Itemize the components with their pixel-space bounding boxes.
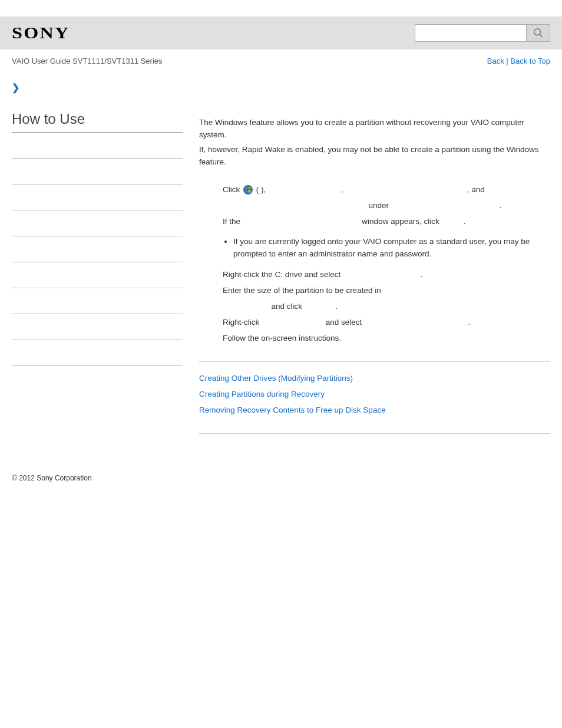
separator [199,361,550,362]
step-2: Right-click the C: drive and select . [223,269,550,281]
step-text: . [500,201,502,210]
sidebar-item[interactable] [12,314,183,340]
step-text [441,217,461,226]
step-text [305,302,333,311]
header-bar: SONY [0,17,562,50]
step-3-line2: and click . [223,301,550,313]
breadcrumb-row: ❯ [0,65,562,93]
step-text: Right-click [223,318,259,327]
step-5: Follow the on-screen instructions. [223,332,550,345]
sidebar-item[interactable] [12,133,183,159]
step-text [343,270,418,279]
sidebar-title: How to Use [12,111,183,133]
related-link-3[interactable]: Removing Recovery Contents to Free up Di… [199,404,550,417]
guide-title: VAIO User Guide SVT1111/SVT1311 Series [12,57,163,65]
svg-point-0 [534,29,540,35]
svg-point-2 [243,185,253,195]
intro-block: The Windows feature allows you to create… [199,117,550,169]
step-text: . [464,217,466,226]
magnifier-icon [533,28,544,38]
step-text: . [420,270,422,279]
sidebar-item[interactable] [12,288,183,314]
note-text: If you are currently logged onto your VA… [233,236,550,261]
step-text: and select [326,318,362,327]
copyright-text: © 2012 Sony Corporation [12,474,92,482]
step-text: . [468,318,470,327]
sidebar-item[interactable] [12,185,183,210]
sidebar-list [12,133,183,366]
back-to-top-link[interactable]: Back to Top [510,57,550,65]
step-text: Follow the on-screen instructions. [223,334,341,342]
step-text: Enter the size of the partition to be cr… [223,286,381,295]
top-links: Back | Back to Top [487,57,550,65]
step-text [345,185,465,194]
step-text [391,201,497,210]
search-wrap [415,24,550,42]
step-text: Click [223,185,242,194]
sidebar-item[interactable] [12,210,183,236]
step-text [223,302,269,311]
svg-line-1 [540,35,543,38]
sidebar: How to Use [12,111,183,444]
search-button[interactable] [527,24,550,42]
svg-rect-4 [249,187,251,189]
windows-start-icon [243,185,253,195]
svg-rect-6 [249,190,251,193]
step-1-line2: under . [223,200,550,212]
step-3: Enter the size of the partition to be cr… [223,285,550,297]
step-1: Click ( ), , , [223,184,550,196]
intro-text-1: The Windows feature allows you to create… [199,117,550,141]
sidebar-item[interactable] [12,262,183,288]
step-text [262,318,323,327]
step-1-line3: If the window appears, click . [223,216,550,228]
step-text [223,201,366,210]
step-text: and click [272,302,303,311]
search-input[interactable] [415,24,527,42]
steps-block: Click ( ), , , [199,184,550,345]
related-topics: Creating Other Drives (Modifying Partiti… [199,373,550,417]
subheader-row: VAIO User Guide SVT1111/SVT1311 Series B… [0,50,562,65]
sidebar-item[interactable] [12,159,183,185]
separator [199,433,550,434]
step-text [268,185,339,194]
note-bullet: If you are currently logged onto your VA… [223,236,550,261]
intro-text-2: If, however, Rapid Wake is enabled, you … [199,144,550,169]
link-separator: | [504,57,511,65]
sidebar-item[interactable] [12,236,183,262]
step-text: , and [467,185,485,194]
step-4: Right-click and select . [223,317,550,329]
step-text: under [369,201,389,210]
related-link-2[interactable]: Creating Partitions during Recovery [199,388,550,401]
footer: © 2012 Sony Corporation [0,444,562,482]
svg-rect-5 [245,190,247,193]
step-text [364,318,466,327]
sidebar-item[interactable] [12,340,183,366]
step-text [243,217,360,226]
back-link[interactable]: Back [487,57,504,65]
step-text: Right-click the C: drive and select [223,270,340,279]
step-text: window appears, click [362,217,439,226]
svg-rect-3 [245,187,247,189]
sony-logo: SONY [12,24,70,42]
step-text: . [335,302,338,311]
chevron-right-icon: ❯ [12,83,19,93]
related-link-1[interactable]: Creating Other Drives (Modifying Partiti… [199,373,550,385]
step-text: If the [223,217,240,226]
main-content: The Windows feature allows you to create… [199,111,550,444]
step-text: ( ), [256,185,268,194]
